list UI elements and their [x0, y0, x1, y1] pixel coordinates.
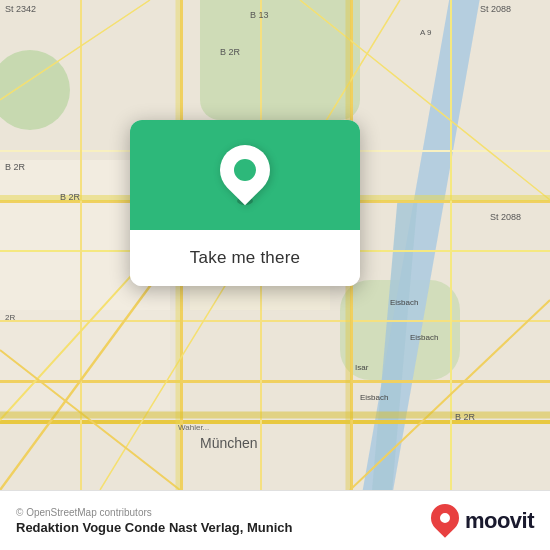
card-icon-area: [130, 120, 360, 230]
place-name: Redaktion Vogue Conde Nast Verlag, Munic…: [16, 520, 292, 535]
bottom-bar: © OpenStreetMap contributors Redaktion V…: [0, 490, 550, 550]
moovit-pin-icon: [431, 504, 459, 538]
map-container: St 2088 St 2342 B 13 A 9 B 2R B 2R 2R St…: [0, 0, 550, 490]
road-h5: [0, 420, 550, 424]
moovit-brand-text: moovit: [465, 508, 534, 534]
moovit-logo: moovit: [431, 504, 534, 538]
road-v2: [80, 0, 82, 490]
bottom-left-info: © OpenStreetMap contributors Redaktion V…: [16, 507, 292, 535]
road-v4: [450, 0, 452, 490]
road-h2: [0, 320, 550, 322]
action-card: Take me there: [130, 120, 360, 286]
location-pin-icon: [220, 145, 270, 205]
city-block-2: [0, 310, 170, 410]
map-attribution: © OpenStreetMap contributors: [16, 507, 292, 518]
take-me-there-button[interactable]: Take me there: [130, 230, 360, 286]
park-area-1: [200, 0, 360, 120]
road-h3: [0, 380, 550, 383]
